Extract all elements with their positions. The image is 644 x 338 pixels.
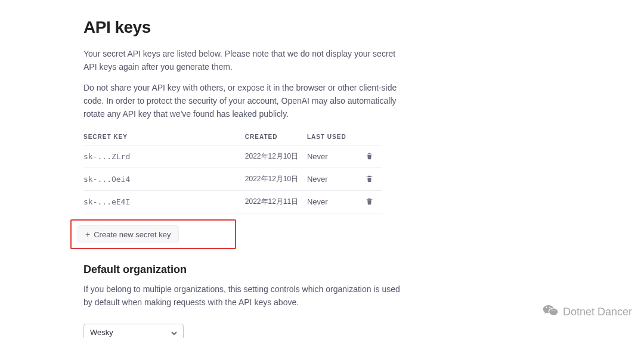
plus-icon: + xyxy=(85,230,90,239)
cell-secret: sk-...eE4I xyxy=(83,191,245,213)
description-1: Your secret API keys are listed below. P… xyxy=(83,48,405,73)
create-key-label: Create new secret key xyxy=(94,230,171,239)
cell-lastused: Never xyxy=(307,191,363,213)
table-row: sk-...Oei4 2022年12月10日 Never xyxy=(83,168,382,191)
chevron-down-icon xyxy=(171,329,177,335)
trash-icon[interactable] xyxy=(366,198,373,207)
table-row: sk-...eE4I 2022年12月11日 Never xyxy=(83,191,382,213)
col-header-lastused: LAST USED xyxy=(307,129,363,145)
cell-created: 2022年12月10日 xyxy=(245,168,307,191)
org-selected-value: Wesky xyxy=(90,328,113,337)
col-header-secret: SECRET KEY xyxy=(83,129,245,145)
create-key-highlight: + Create new secret key xyxy=(70,219,236,249)
cell-lastused: Never xyxy=(307,168,363,191)
trash-icon[interactable] xyxy=(366,175,373,184)
description-2: Do not share your API key with others, o… xyxy=(83,82,405,120)
table-row: sk-...ZLrd 2022年12月10日 Never xyxy=(83,145,382,168)
cell-secret: sk-...Oei4 xyxy=(83,168,245,191)
wechat-icon xyxy=(543,304,558,320)
cell-secret: sk-...ZLrd xyxy=(83,145,245,168)
create-secret-key-button[interactable]: + Create new secret key xyxy=(78,225,179,243)
watermark: Dotnet Dancer xyxy=(543,304,632,320)
default-org-desc: If you belong to multiple organizations,… xyxy=(83,283,405,309)
api-keys-table: SECRET KEY CREATED LAST USED sk-...ZLrd … xyxy=(83,129,382,213)
cell-created: 2022年12月10日 xyxy=(245,145,307,168)
col-header-created: CREATED xyxy=(245,129,307,145)
org-select[interactable]: Wesky xyxy=(83,324,184,338)
col-header-actions xyxy=(363,129,382,145)
trash-icon[interactable] xyxy=(366,153,373,162)
cell-lastused: Never xyxy=(307,145,363,168)
default-org-title: Default organization xyxy=(83,263,405,276)
cell-created: 2022年12月11日 xyxy=(245,191,307,213)
page-title: API keys xyxy=(83,18,405,37)
watermark-text: Dotnet Dancer xyxy=(563,306,632,318)
